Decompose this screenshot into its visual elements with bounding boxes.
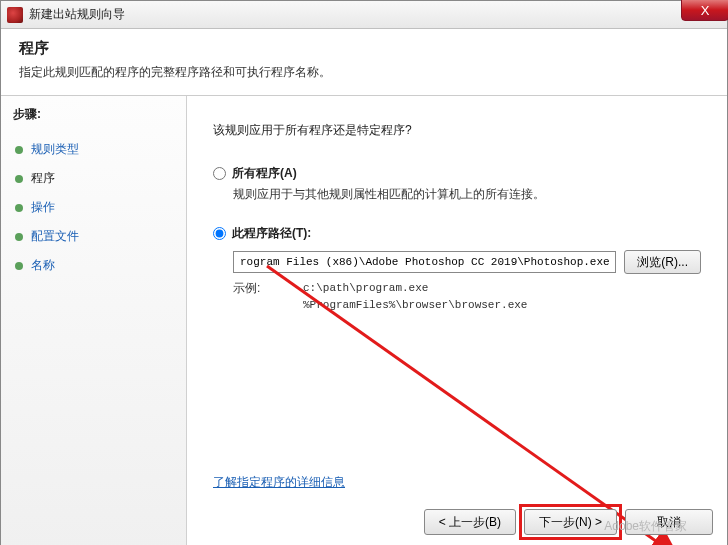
steps-sidebar: 步骤: 规则类型 程序 操作 配置文件 名称 [1, 96, 187, 545]
option-program-path: 此程序路径(T): 浏览(R)... 示例: c:\path\program.e… [213, 225, 701, 313]
example-path-1: c:\path\program.exe [303, 280, 527, 297]
example-label: 示例: [233, 280, 303, 313]
radio-all-label: 所有程序(A) [232, 165, 297, 182]
wizard-header: 程序 指定此规则匹配的程序的完整程序路径和可执行程序名称。 [1, 29, 727, 96]
example-path-2: %ProgramFiles%\browser\browser.exe [303, 297, 527, 314]
close-icon: X [701, 3, 710, 18]
step-rule-type[interactable]: 规则类型 [13, 135, 174, 164]
question-text: 该规则应用于所有程序还是特定程序? [213, 122, 701, 139]
step-bullet-icon [15, 233, 23, 241]
step-label: 程序 [31, 170, 55, 187]
nav-buttons: < 上一步(B) 下一步(N) > 取消 [424, 509, 713, 535]
window-title: 新建出站规则向导 [29, 6, 125, 23]
page-subtitle: 指定此规则匹配的程序的完整程序路径和可执行程序名称。 [19, 64, 709, 81]
step-bullet-icon [15, 262, 23, 270]
option-all-programs: 所有程序(A) 规则应用于与其他规则属性相匹配的计算机上的所有连接。 [213, 165, 701, 203]
step-bullet-icon [15, 204, 23, 212]
step-program[interactable]: 程序 [13, 164, 174, 193]
step-label: 配置文件 [31, 228, 79, 245]
next-button[interactable]: 下一步(N) > [524, 509, 617, 535]
step-bullet-icon [15, 146, 23, 154]
wizard-body: 步骤: 规则类型 程序 操作 配置文件 名称 该规则应 [1, 96, 727, 545]
program-path-input[interactable] [233, 251, 616, 273]
steps-title: 步骤: [13, 106, 174, 123]
close-button[interactable]: X [681, 0, 728, 21]
wizard-window: 新建出站规则向导 X 程序 指定此规则匹配的程序的完整程序路径和可执行程序名称。… [0, 0, 728, 545]
step-profile[interactable]: 配置文件 [13, 222, 174, 251]
step-action[interactable]: 操作 [13, 193, 174, 222]
back-button[interactable]: < 上一步(B) [424, 509, 516, 535]
step-label: 名称 [31, 257, 55, 274]
radio-all-programs[interactable] [213, 167, 226, 180]
step-label: 规则类型 [31, 141, 79, 158]
radio-path-label: 此程序路径(T): [232, 225, 311, 242]
learn-more-link[interactable]: 了解指定程序的详细信息 [213, 474, 345, 491]
example-paths: c:\path\program.exe %ProgramFiles%\brows… [303, 280, 527, 313]
page-title: 程序 [19, 39, 709, 58]
step-name[interactable]: 名称 [13, 251, 174, 280]
browse-button[interactable]: 浏览(R)... [624, 250, 701, 274]
step-bullet-icon [15, 175, 23, 183]
radio-program-path[interactable] [213, 227, 226, 240]
radio-all-desc: 规则应用于与其他规则属性相匹配的计算机上的所有连接。 [233, 186, 701, 203]
main-panel: 该规则应用于所有程序还是特定程序? 所有程序(A) 规则应用于与其他规则属性相匹… [187, 96, 727, 545]
firewall-icon [7, 7, 23, 23]
titlebar: 新建出站规则向导 X [1, 1, 727, 29]
cancel-button[interactable]: 取消 [625, 509, 713, 535]
step-label: 操作 [31, 199, 55, 216]
